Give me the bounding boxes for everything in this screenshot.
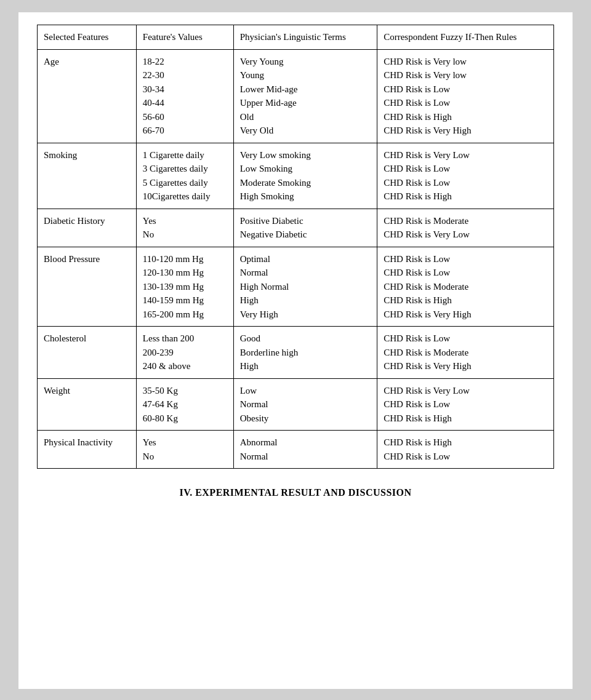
table-row: Weight35-50 Kg47-64 Kg60-80 KgLowNormalO… xyxy=(38,378,554,431)
col-header-rules: Correspondent Fuzzy If-Then Rules xyxy=(377,25,554,50)
feature-cell: Physical Inactivity xyxy=(38,431,137,469)
linguistic-cell: GoodBorderline highHigh xyxy=(233,327,377,379)
table-row: Smoking1 Cigarette daily3 Cigarettes dai… xyxy=(38,143,554,209)
values-cell: Less than 200200-239240 & above xyxy=(136,327,233,379)
col-header-linguistic: Physician's Linguistic Terms xyxy=(233,25,377,50)
table-row: Physical InactivityYesNoAbnormalNormalCH… xyxy=(38,431,554,469)
linguistic-cell: LowNormalObesity xyxy=(233,378,377,431)
main-table: Selected Features Feature's Values Physi… xyxy=(37,25,554,469)
feature-cell: Cholesterol xyxy=(38,327,137,379)
rules-cell: CHD Risk is LowCHD Risk is ModerateCHD R… xyxy=(377,327,554,379)
values-cell: YesNo xyxy=(136,209,233,247)
rules-cell: CHD Risk is Very LowCHD Risk is LowCHD R… xyxy=(377,143,554,209)
values-cell: YesNo xyxy=(136,431,233,469)
section-heading: IV. EXPERIMENTAL RESULT AND DISCUSSION xyxy=(37,487,554,498)
linguistic-cell: Very Low smokingLow SmokingModerate Smok… xyxy=(233,143,377,209)
feature-cell: Diabetic History xyxy=(38,209,137,247)
page: Selected Features Feature's Values Physi… xyxy=(18,12,573,689)
table-row: CholesterolLess than 200200-239240 & abo… xyxy=(38,327,554,379)
table-row: Blood Pressure110-120 mm Hg120-130 mm Hg… xyxy=(38,247,554,327)
feature-cell: Weight xyxy=(38,378,137,431)
values-cell: 35-50 Kg47-64 Kg60-80 Kg xyxy=(136,378,233,431)
feature-cell: Smoking xyxy=(38,143,137,209)
values-cell: 1 Cigarette daily3 Cigarettes daily5 Cig… xyxy=(136,143,233,209)
rules-cell: CHD Risk is ModerateCHD Risk is Very Low xyxy=(377,209,554,247)
col-header-features: Selected Features xyxy=(38,25,137,50)
rules-cell: CHD Risk is HighCHD Risk is Low xyxy=(377,431,554,469)
values-cell: 18-2222-3030-3440-4456-6066-70 xyxy=(136,49,233,143)
feature-cell: Age xyxy=(38,49,137,143)
rules-cell: CHD Risk is LowCHD Risk is LowCHD Risk i… xyxy=(377,247,554,327)
feature-cell: Blood Pressure xyxy=(38,247,137,327)
linguistic-cell: OptimalNormalHigh NormalHighVery High xyxy=(233,247,377,327)
values-cell: 110-120 mm Hg120-130 mm Hg130-139 mm Hg1… xyxy=(136,247,233,327)
linguistic-cell: Positive DiabeticNegative Diabetic xyxy=(233,209,377,247)
linguistic-cell: Very YoungYoungLower Mid-ageUpper Mid-ag… xyxy=(233,49,377,143)
col-header-values: Feature's Values xyxy=(136,25,233,50)
rules-cell: CHD Risk is Very LowCHD Risk is LowCHD R… xyxy=(377,378,554,431)
rules-cell: CHD Risk is Very lowCHD Risk is Very low… xyxy=(377,49,554,143)
table-row: Diabetic HistoryYesNoPositive DiabeticNe… xyxy=(38,209,554,247)
linguistic-cell: AbnormalNormal xyxy=(233,431,377,469)
table-row: Age18-2222-3030-3440-4456-6066-70Very Yo… xyxy=(38,49,554,143)
